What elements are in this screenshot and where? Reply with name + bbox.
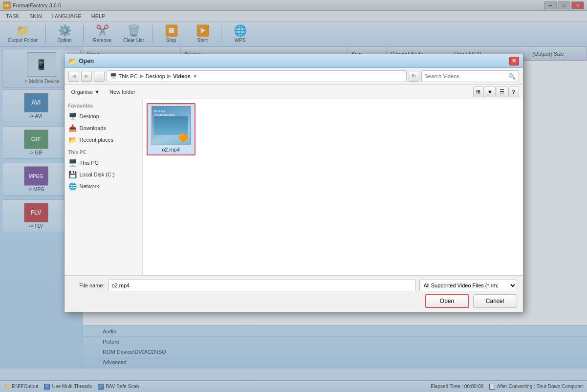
filename-input[interactable] <box>109 280 415 291</box>
dlg-sidebar-network[interactable]: 🌐 Network <box>65 180 142 192</box>
breadcrumb-part2[interactable]: Desktop <box>146 73 165 79</box>
dialog-bottom: File name: All Supported Video Files (*.… <box>65 275 523 312</box>
breadcrumb: 🖥️ This PC ▶ Desktop ▶ Videos ▼ <box>107 70 407 82</box>
dialog-title: Open <box>79 58 509 65</box>
dlg-sidebar-recent[interactable]: 📂 Recent places <box>65 134 142 146</box>
dialog-sidebar: Favourites 🖥️ Desktop 📥 Downloads 📂 Rece… <box>65 99 143 275</box>
search-input[interactable] <box>425 73 508 79</box>
view-icon-button[interactable]: ⊞ <box>473 87 484 97</box>
filename-label: File name: <box>70 283 105 288</box>
view-details-button[interactable]: ☰ <box>497 87 507 97</box>
dialog-back-button[interactable]: ◀ <box>68 71 79 82</box>
recent-icon: 📂 <box>68 136 77 144</box>
breadcrumb-dropdown[interactable]: ▼ <box>193 73 198 79</box>
dialog-up-button[interactable]: ↑ <box>94 71 105 82</box>
dlg-sidebar-desktop[interactable]: 🖥️ Desktop <box>65 110 142 122</box>
view-buttons: ⊞ ▼ ☰ ? <box>473 87 519 97</box>
dialog-icon: 📂 <box>68 57 76 65</box>
downloads-icon: 📥 <box>68 124 77 132</box>
network-icon: 🌐 <box>68 182 77 190</box>
dialog-close-button[interactable]: ✕ <box>509 57 519 65</box>
localdisk-icon: 💾 <box>68 171 77 178</box>
dlg-sidebar-local-disk[interactable]: 💾 Local Disk (C:) <box>65 169 142 180</box>
search-box: 🔍 <box>421 70 519 82</box>
dialog-files: Tip & NoTroubleshooting 🔶 o2.mp4 <box>143 99 523 275</box>
dialog-titlebar: 📂 Open ✕ <box>65 54 523 68</box>
organise-button[interactable]: Organise ▼ <box>68 87 103 96</box>
open-dialog: 📂 Open ✕ ◀ ▶ ↑ 🖥️ This PC ▶ Desktop ▶ Vi… <box>64 54 523 312</box>
dialog-open-button[interactable]: Open <box>425 294 469 308</box>
new-folder-button[interactable]: New folder <box>107 87 138 96</box>
file-thumbnail: Tip & NoTroubleshooting 🔶 <box>152 106 191 145</box>
dlg-sidebar-thispc[interactable]: 🖥️ This PC <box>65 157 142 169</box>
dlg-sidebar-downloads[interactable]: 📥 Downloads <box>65 122 142 134</box>
thispc-header: This PC <box>65 148 142 157</box>
view-dropdown-button[interactable]: ▼ <box>485 87 496 97</box>
dialog-toolbar2: Organise ▼ New folder ⊞ ▼ ☰ ? <box>65 85 523 99</box>
breadcrumb-part1[interactable]: This PC <box>119 73 138 79</box>
dialog-refresh-button[interactable]: ↻ <box>409 71 419 82</box>
breadcrumb-sep1: ▶ <box>140 73 144 79</box>
file-label: o2.mp4 <box>162 147 180 152</box>
filename-row: File name: All Supported Video Files (*.… <box>70 280 517 291</box>
breadcrumb-icon: 🖥️ <box>110 73 117 79</box>
dialog-overlay: 📂 Open ✕ ◀ ▶ ↑ 🖥️ This PC ▶ Desktop ▶ Vi… <box>0 0 587 392</box>
dialog-actions: Open Cancel <box>70 294 517 308</box>
dialog-nav: ◀ ▶ ↑ 🖥️ This PC ▶ Desktop ▶ Videos ▼ ↻ … <box>65 68 523 85</box>
dialog-cancel-button[interactable]: Cancel <box>473 294 517 308</box>
breadcrumb-part3[interactable]: Videos <box>173 73 191 79</box>
filetype-select[interactable]: All Supported Video Files (*.rm; <box>419 280 517 291</box>
search-icon[interactable]: 🔍 <box>508 73 516 80</box>
desktop-icon: 🖥️ <box>68 112 77 120</box>
dialog-forward-button[interactable]: ▶ <box>81 71 92 82</box>
dialog-body: Favourites 🖥️ Desktop 📥 Downloads 📂 Rece… <box>65 99 523 275</box>
view-help-button[interactable]: ? <box>508 87 519 97</box>
this-pc-icon: 🖥️ <box>68 159 77 167</box>
breadcrumb-sep2: ▶ <box>167 73 171 79</box>
vlc-icon: 🔶 <box>177 132 188 143</box>
file-item-o2mp4[interactable]: Tip & NoTroubleshooting 🔶 o2.mp4 <box>147 103 196 155</box>
favorites-header: Favourites <box>65 101 142 110</box>
